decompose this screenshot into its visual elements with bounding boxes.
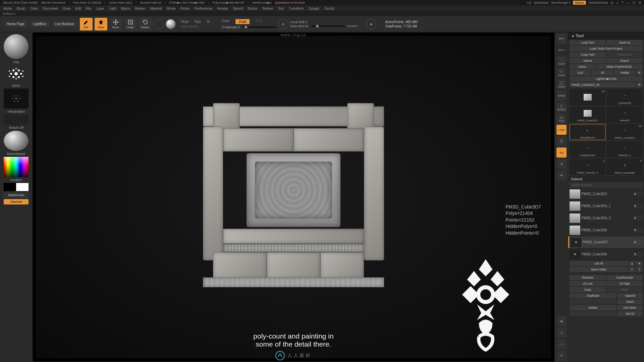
tool-thumb[interactable]: ✦SimpleBrush bbox=[570, 124, 605, 140]
subtool-item[interactable]: PM3D_Cube3D3◐ bbox=[568, 188, 644, 200]
move-button[interactable]: Move bbox=[109, 18, 122, 31]
tool-thumb[interactable]: PM3D_Cube3D3 bbox=[570, 107, 605, 123]
movedown-icon[interactable]: ⤵ bbox=[636, 267, 643, 272]
copy-btn[interactable]: Copy bbox=[570, 287, 606, 292]
alllow-btn[interactable]: All Low bbox=[570, 281, 606, 286]
subtool-item[interactable]: ❖PM3D_Cube3D8◐ bbox=[568, 248, 644, 260]
homepage-button[interactable]: Home Page bbox=[3, 21, 28, 27]
eye-icon[interactable] bbox=[638, 204, 643, 208]
lock-button[interactable] bbox=[556, 136, 567, 146]
subtool-item[interactable]: PM3D_Cube3D4_2◐ bbox=[568, 212, 644, 224]
switchcolor-btn[interactable]: SwitchColor bbox=[4, 192, 29, 198]
tool-thumb[interactable]: 5⚲Nickz_humanMa bbox=[607, 159, 643, 175]
all-btn[interactable]: All bbox=[592, 70, 613, 75]
menu-light[interactable]: Light bbox=[109, 7, 116, 10]
tool-thumb[interactable]: 19 bbox=[570, 89, 605, 105]
menu-texture[interactable]: Texture bbox=[262, 7, 273, 10]
menu-layer[interactable]: Layer bbox=[96, 7, 104, 10]
mrgb-btn[interactable]: Mrgb bbox=[181, 20, 189, 23]
draw-button[interactable]: Draw bbox=[95, 18, 107, 31]
insert-btn[interactable]: Insert bbox=[617, 299, 643, 304]
subtool-item[interactable]: ❖PM3D_Cube3D7◐ bbox=[568, 236, 644, 248]
alpha-preview[interactable] bbox=[4, 88, 29, 109]
rename-btn[interactable]: Rename bbox=[570, 275, 606, 280]
r-btn2[interactable]: R bbox=[636, 82, 643, 87]
alternate-btn[interactable]: Alternate bbox=[4, 199, 29, 204]
brush-icon[interactable]: ◐ bbox=[634, 204, 637, 208]
tool-thumb[interactable]: 2⌇PM3D_Helix3D_2 bbox=[570, 159, 605, 175]
sculptris-icon[interactable] bbox=[166, 19, 176, 29]
tool-thumb[interactable]: ⌇Helix3D_1 bbox=[607, 141, 643, 158]
paste-btn[interactable]: Paste bbox=[606, 287, 643, 292]
goz-btn[interactable]: GoZ bbox=[570, 70, 591, 75]
loadproject-btn[interactable]: Load Tools From Project bbox=[570, 46, 643, 51]
gizmo-icon[interactable] bbox=[154, 19, 164, 29]
up-arrow-icon[interactable]: ▴ bbox=[629, 261, 635, 266]
makepm3d-btn[interactable]: Make PolyMesh3D bbox=[596, 64, 643, 69]
menu-marker[interactable]: Marker bbox=[135, 7, 145, 10]
tool-thumb[interactable]: 〰Cylinder3D bbox=[607, 89, 643, 105]
stroke-preview[interactable] bbox=[4, 65, 29, 82]
r-btn[interactable]: R bbox=[636, 70, 643, 75]
menus-btn[interactable]: Menus bbox=[573, 1, 586, 5]
active-tool-name[interactable]: PM3D_Cube3D3_48 bbox=[570, 82, 635, 87]
aq-label[interactable]: AQ bbox=[527, 1, 531, 4]
eye-icon[interactable] bbox=[638, 216, 643, 221]
menu-macro[interactable]: Macro bbox=[121, 7, 130, 10]
close-icon[interactable]: ✕ bbox=[638, 1, 641, 5]
menu-zplugin[interactable]: Zplugin bbox=[309, 7, 320, 10]
menu-movie[interactable]: Movie bbox=[167, 7, 176, 10]
zcut-btn[interactable]: Zcut bbox=[256, 19, 262, 24]
rotate-button[interactable]: Rotate bbox=[139, 18, 152, 31]
xyz-button[interactable]: Xyz bbox=[556, 147, 567, 158]
zsub-btn[interactable]: Zsub bbox=[235, 19, 250, 24]
menu-file[interactable]: File bbox=[86, 7, 91, 10]
tool-thumb[interactable]: 19⌇PM3D_Cube3D3 bbox=[607, 124, 643, 140]
ghost-button[interactable]: ◇ bbox=[556, 339, 567, 349]
localsym-button[interactable]: L.Sym bbox=[556, 125, 567, 135]
maximize-icon[interactable]: ☐ bbox=[632, 1, 636, 5]
menu-render[interactable]: Render bbox=[217, 7, 228, 10]
floor-button[interactable]: Floor bbox=[556, 113, 567, 123]
transp-button[interactable]: ◫ bbox=[556, 328, 567, 338]
viewport[interactable]: www.rrcg.cn bbox=[32, 32, 555, 362]
lightbox-tools[interactable]: Lightbox▶Tools bbox=[570, 76, 643, 81]
polyf-button[interactable]: ▦ bbox=[556, 316, 567, 326]
zadd-btn[interactable]: Zadd bbox=[222, 19, 229, 24]
menu-transform[interactable]: Transform bbox=[288, 7, 304, 10]
spix-label[interactable]: SPix 3 bbox=[556, 45, 567, 55]
zoom-button[interactable]: Zoom bbox=[556, 68, 567, 78]
delall-btn[interactable]: Del All bbox=[617, 311, 643, 316]
xpose-button[interactable]: ◉ bbox=[556, 170, 567, 180]
color-swatches[interactable] bbox=[4, 183, 29, 191]
eye-icon[interactable] bbox=[638, 240, 643, 245]
persp-button[interactable]: Dynamic bbox=[556, 102, 567, 112]
visible-btn[interactable]: Visible bbox=[614, 70, 635, 75]
menu-tool[interactable]: Tool bbox=[278, 7, 284, 10]
down-arrow-icon[interactable]: ▾ bbox=[636, 261, 643, 266]
delother-btn[interactable]: Del Other bbox=[617, 305, 643, 310]
scroll-button[interactable]: Scroll bbox=[556, 56, 567, 66]
autoreorder-btn[interactable]: AutoReorder bbox=[606, 275, 643, 280]
edit-button[interactable]: Edit bbox=[80, 18, 93, 31]
append-btn[interactable]: Append bbox=[617, 293, 643, 298]
eye-icon[interactable] bbox=[638, 192, 643, 196]
menu-stroke[interactable]: Stroke bbox=[248, 7, 257, 10]
material-preview[interactable] bbox=[4, 131, 29, 151]
bpr-button[interactable]: BPR bbox=[556, 34, 567, 44]
menu-stencil[interactable]: Stencil bbox=[233, 7, 243, 10]
subtool-item[interactable]: PM3D_Cube3D6◐ bbox=[568, 224, 644, 236]
menu-document[interactable]: Document bbox=[43, 7, 58, 10]
copytool-btn[interactable]: Copy Tool bbox=[570, 52, 606, 57]
focal-icon[interactable]: ◎ bbox=[278, 19, 288, 29]
brush-icon[interactable]: ◐ bbox=[634, 216, 637, 221]
menu-material[interactable]: Material bbox=[150, 7, 162, 10]
actual-button[interactable]: Actual bbox=[556, 79, 567, 89]
liveboolean-button[interactable]: Live Boolean bbox=[52, 21, 78, 27]
allhigh-btn[interactable]: All High bbox=[606, 281, 643, 286]
zscript-label[interactable]: DefaultZScript bbox=[589, 1, 608, 4]
listall-btn[interactable]: List All bbox=[570, 261, 628, 266]
dynamic-label[interactable]: Dynamic bbox=[347, 24, 358, 27]
brush-preview[interactable] bbox=[4, 34, 29, 59]
menu-color[interactable]: Color bbox=[30, 7, 38, 10]
